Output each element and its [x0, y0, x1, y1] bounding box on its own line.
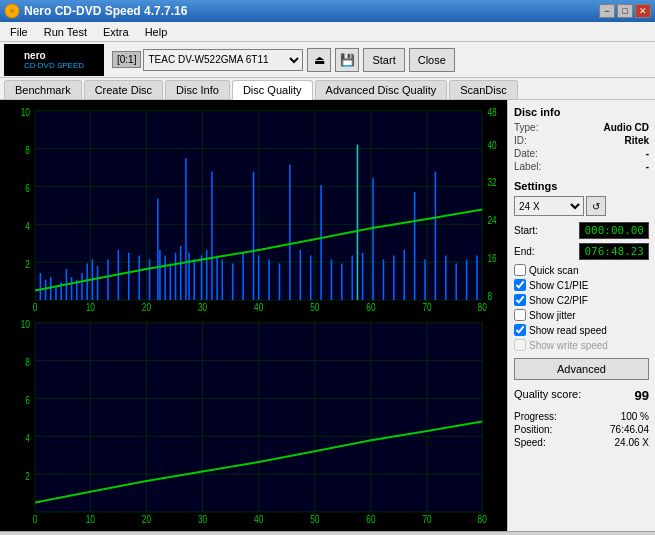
svg-text:80: 80	[478, 512, 487, 524]
svg-text:32: 32	[487, 176, 496, 188]
legend-area: C1 Errors Average: 0.03 Maximum: 9 Total…	[0, 531, 655, 535]
speed-stat-value: 24.06 X	[615, 437, 649, 448]
title-bar-text: Nero CD-DVD Speed 4.7.7.16	[24, 4, 187, 18]
svg-text:6: 6	[25, 393, 30, 405]
logo-text: nero	[24, 50, 84, 61]
show-read-speed-checkbox[interactable]	[514, 324, 526, 336]
quick-scan-label: Quick scan	[529, 265, 578, 276]
menu-file[interactable]: File	[4, 24, 34, 40]
advanced-button[interactable]: Advanced	[514, 358, 649, 380]
speed-stat-label: Speed:	[514, 437, 546, 448]
show-c1pie-checkbox[interactable]	[514, 279, 526, 291]
svg-text:60: 60	[366, 512, 375, 524]
side-panel: Disc info Type: Audio CD ID: Ritek Date:…	[507, 100, 655, 531]
menu-help[interactable]: Help	[139, 24, 174, 40]
menu-extra[interactable]: Extra	[97, 24, 135, 40]
speed-selector[interactable]: 24 X Maximum 4 X 8 X 16 X 32 X 40 X 48 X	[514, 196, 584, 216]
svg-text:8: 8	[25, 144, 30, 156]
end-time-label: End:	[514, 246, 535, 257]
toolbar: nero CD·DVD SPEED [0:1] TEAC DV-W522GMA …	[0, 42, 655, 78]
eject-button[interactable]: ⏏	[307, 48, 331, 72]
show-read-speed-label: Show read speed	[529, 325, 607, 336]
start-time-value: 000:00.00	[579, 222, 649, 239]
svg-text:2: 2	[25, 257, 30, 269]
position-value: 76:46.04	[610, 424, 649, 435]
quality-score-label: Quality score:	[514, 388, 581, 403]
show-write-speed-label: Show write speed	[529, 340, 608, 351]
svg-point-1	[10, 9, 14, 13]
svg-text:20: 20	[142, 512, 151, 524]
svg-text:16: 16	[487, 252, 496, 264]
svg-text:10: 10	[86, 301, 95, 313]
svg-text:30: 30	[198, 512, 207, 524]
end-time-value: 076:48.23	[579, 243, 649, 260]
tab-disc-quality[interactable]: Disc Quality	[232, 80, 313, 100]
svg-text:50: 50	[310, 512, 319, 524]
show-c1pie-label: Show C1/PIE	[529, 280, 588, 291]
id-value: Ritek	[625, 135, 649, 146]
chart-area: 10 8 6 4 2 48 40 32 24 16 8 0 10 20 30 4…	[0, 100, 507, 531]
menu-bar: File Run Test Extra Help	[0, 22, 655, 42]
svg-text:24: 24	[487, 214, 497, 226]
tab-bar: Benchmark Create Disc Disc Info Disc Qua…	[0, 78, 655, 100]
logo: nero CD·DVD SPEED	[4, 44, 104, 76]
refresh-icon[interactable]: ↺	[586, 196, 606, 216]
svg-text:80: 80	[478, 301, 487, 313]
svg-text:8: 8	[487, 290, 492, 302]
show-c2pif-checkbox[interactable]	[514, 294, 526, 306]
svg-text:2: 2	[25, 469, 30, 481]
start-button[interactable]: Start	[363, 48, 404, 72]
tab-advanced-disc-quality[interactable]: Advanced Disc Quality	[315, 80, 448, 99]
svg-text:0: 0	[33, 512, 38, 524]
date-value: -	[646, 148, 649, 159]
app-icon	[4, 3, 20, 19]
save-button[interactable]: 💾	[335, 48, 359, 72]
show-jitter-label: Show jitter	[529, 310, 576, 321]
show-jitter-checkbox[interactable]	[514, 309, 526, 321]
svg-text:4: 4	[25, 220, 30, 232]
menu-run-test[interactable]: Run Test	[38, 24, 93, 40]
svg-text:10: 10	[21, 106, 30, 118]
type-value: Audio CD	[603, 122, 649, 133]
c2-chart: 10 8 6 4 2 0 10 20 30 40 50 60 70 80	[4, 316, 503, 526]
id-label: ID:	[514, 135, 527, 146]
title-bar: Nero CD-DVD Speed 4.7.7.16 − □ ✕	[0, 0, 655, 22]
minimize-button[interactable]: −	[599, 4, 615, 18]
drive-index-label: [0:1]	[112, 51, 141, 68]
close-button[interactable]: Close	[409, 48, 455, 72]
quick-scan-checkbox[interactable]	[514, 264, 526, 276]
svg-text:6: 6	[25, 182, 30, 194]
c1-chart: 10 8 6 4 2 48 40 32 24 16 8 0 10 20 30 4…	[4, 104, 503, 314]
show-c2pif-label: Show C2/PIF	[529, 295, 588, 306]
drive-selector[interactable]: TEAC DV-W522GMA 6T11	[143, 49, 303, 71]
svg-text:8: 8	[25, 355, 30, 367]
settings-title: Settings	[514, 180, 649, 192]
svg-text:0: 0	[33, 301, 38, 313]
svg-text:48: 48	[487, 106, 496, 118]
svg-text:10: 10	[86, 512, 95, 524]
svg-text:4: 4	[25, 431, 30, 443]
tab-scandisc[interactable]: ScanDisc	[449, 80, 517, 99]
disc-label-value: -	[646, 161, 649, 172]
svg-text:20: 20	[142, 301, 151, 313]
svg-text:50: 50	[310, 301, 319, 313]
svg-text:40: 40	[254, 512, 263, 524]
svg-text:10: 10	[21, 318, 30, 330]
show-write-speed-checkbox[interactable]	[514, 339, 526, 351]
restore-button[interactable]: □	[617, 4, 633, 18]
date-label: Date:	[514, 148, 538, 159]
quality-score-value: 99	[635, 388, 649, 403]
progress-label: Progress:	[514, 411, 557, 422]
position-label: Position:	[514, 424, 552, 435]
svg-text:70: 70	[422, 301, 431, 313]
type-label: Type:	[514, 122, 538, 133]
svg-text:30: 30	[198, 301, 207, 313]
main-content: 10 8 6 4 2 48 40 32 24 16 8 0 10 20 30 4…	[0, 100, 655, 531]
tab-disc-info[interactable]: Disc Info	[165, 80, 230, 99]
tab-create-disc[interactable]: Create Disc	[84, 80, 163, 99]
tab-benchmark[interactable]: Benchmark	[4, 80, 82, 99]
disc-info-title: Disc info	[514, 106, 649, 118]
logo-subtext: CD·DVD SPEED	[24, 61, 84, 70]
progress-value: 100 %	[621, 411, 649, 422]
close-window-button[interactable]: ✕	[635, 4, 651, 18]
